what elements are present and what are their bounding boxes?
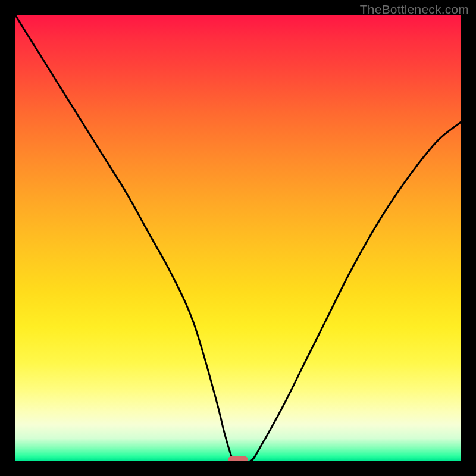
optimal-marker <box>228 456 248 461</box>
curve-layer <box>15 15 461 461</box>
watermark-text: TheBottleneck.com <box>360 2 469 17</box>
chart-frame: TheBottleneck.com <box>0 0 476 476</box>
bottleneck-curve <box>15 15 461 461</box>
plot-area <box>15 15 461 461</box>
